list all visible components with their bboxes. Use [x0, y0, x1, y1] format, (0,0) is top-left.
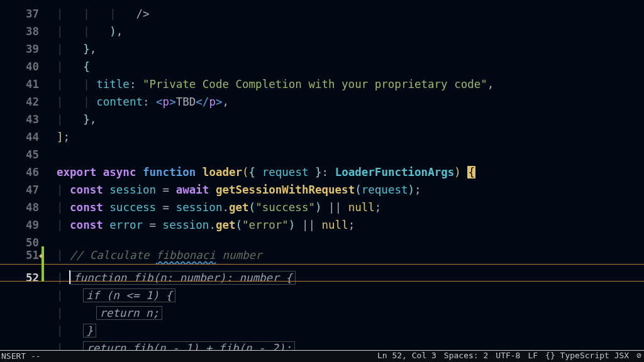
editor-mode: NSERT -- [0, 348, 41, 362]
line-number: 40 [0, 58, 42, 75]
line-number: 37 [0, 5, 42, 23]
eol[interactable]: LF [528, 347, 538, 362]
code-line[interactable]: 51 ✦ | // Calculate fibbonaci number [0, 246, 644, 264]
code-line-current[interactable]: 52 | function fib(n: number): number { [0, 264, 644, 282]
code-editor[interactable]: 37 | | | /> 38 | | ), 39 | }, 40 | { 41 … [0, 0, 644, 351]
encoding[interactable]: UTF-8 [496, 347, 520, 362]
indent-setting[interactable]: Spaces: 2 [444, 347, 488, 362]
line-number: 46 [0, 163, 42, 181]
line-number: 51 [0, 246, 42, 264]
cursor-position[interactable]: Ln 52, Col 3 [377, 347, 436, 362]
line-number: 42 [0, 93, 42, 111]
line-number: 41 [0, 75, 42, 93]
line-number: 39 [0, 40, 42, 58]
line-number: 49 [0, 216, 42, 234]
line-number: 44 [0, 128, 42, 146]
language-mode[interactable]: {} TypeScript JSX [545, 347, 629, 362]
line-number: 47 [0, 181, 42, 199]
sparkle-icon: ✦ [38, 249, 44, 261]
line-number: 38 [0, 23, 42, 40]
code-line[interactable]: 37 | | | /> [0, 0, 644, 18]
copilot-status-icon[interactable]: ⊘ [636, 347, 641, 362]
line-number: 43 [0, 111, 42, 128]
code-line[interactable]: 46 export async function loader({ reques… [0, 158, 644, 176]
line-number: 52 [0, 269, 42, 287]
braces-icon: {} [545, 351, 555, 360]
status-bar: NSERT -- Ln 52, Col 3 Spaces: 2 UTF-8 LF… [0, 350, 644, 362]
inline-suggestion[interactable]: function fib(n: number): number { [70, 271, 296, 285]
line-number: 48 [0, 199, 42, 216]
text-cursor [69, 270, 70, 284]
line-number: 45 [0, 146, 42, 163]
